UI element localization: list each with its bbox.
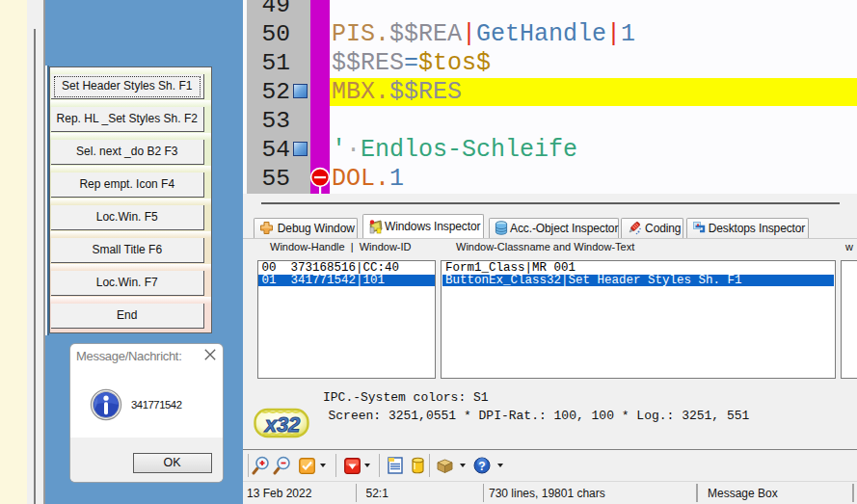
svg-text:x32: x32 <box>264 412 301 437</box>
svg-text:?: ? <box>478 460 485 473</box>
